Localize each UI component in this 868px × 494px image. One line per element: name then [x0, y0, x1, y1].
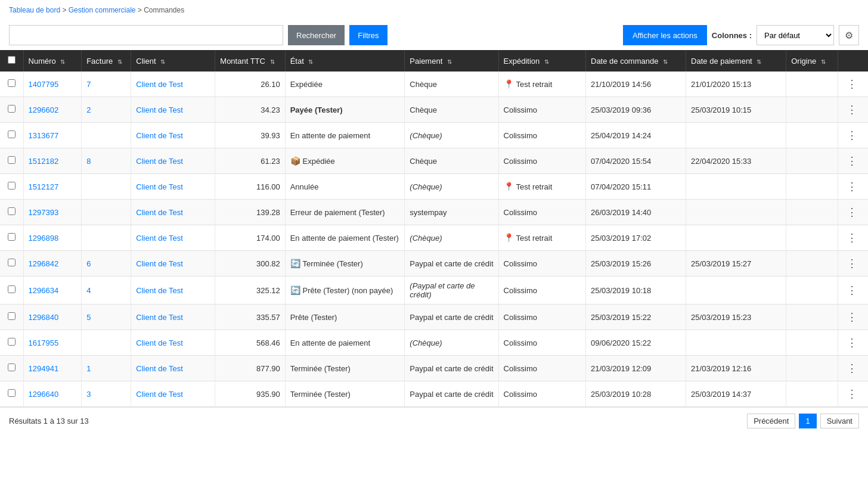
row-select-checkbox[interactable]: [8, 79, 16, 87]
page-1-button[interactable]: 1: [799, 414, 816, 428]
facture-link[interactable]: 3: [86, 390, 91, 399]
more-button[interactable]: ⋮: [843, 153, 861, 169]
row-checkbox[interactable]: [0, 381, 23, 407]
facture-link[interactable]: 5: [86, 313, 91, 322]
numero-link[interactable]: 1407795: [29, 80, 59, 89]
client-link[interactable]: Client de Test: [136, 208, 183, 217]
row-checkbox[interactable]: [0, 148, 23, 174]
numero-link[interactable]: 1294941: [29, 364, 59, 373]
numero-link[interactable]: 1297393: [29, 208, 59, 217]
row-actions[interactable]: ⋮: [838, 123, 868, 148]
more-button[interactable]: ⋮: [843, 386, 861, 402]
numero-link[interactable]: 1512182: [29, 157, 59, 166]
client-link[interactable]: Client de Test: [136, 131, 183, 140]
row-checkbox[interactable]: [0, 72, 23, 97]
more-button[interactable]: ⋮: [843, 309, 861, 325]
prev-button[interactable]: Précédent: [747, 414, 795, 428]
search-button[interactable]: Rechercher: [288, 25, 345, 45]
row-select-checkbox[interactable]: [8, 312, 16, 320]
row-select-checkbox[interactable]: [8, 259, 16, 266]
client-link[interactable]: Client de Test: [136, 259, 183, 268]
header-expedition[interactable]: Expédition ⇅: [498, 50, 585, 72]
client-link[interactable]: Client de Test: [136, 105, 183, 114]
row-checkbox[interactable]: [0, 251, 23, 276]
facture-link[interactable]: 8: [86, 157, 91, 166]
row-checkbox[interactable]: [0, 225, 23, 251]
row-checkbox[interactable]: [0, 276, 23, 305]
facture-link[interactable]: 6: [86, 259, 91, 268]
row-actions[interactable]: ⋮: [838, 225, 868, 251]
next-button[interactable]: Suivant: [820, 414, 859, 428]
row-actions[interactable]: ⋮: [838, 200, 868, 225]
numero-link[interactable]: 1296634: [29, 286, 59, 295]
more-button[interactable]: ⋮: [843, 204, 861, 220]
header-date-paiement[interactable]: Date de paiement ⇅: [686, 50, 786, 72]
client-link[interactable]: Client de Test: [136, 157, 183, 166]
row-checkbox[interactable]: [0, 174, 23, 200]
breadcrumb-tableau[interactable]: Tableau de bord: [9, 6, 60, 14]
gear-button[interactable]: ⚙: [839, 25, 859, 45]
header-facture[interactable]: Facture ⇅: [82, 50, 131, 72]
more-button[interactable]: ⋮: [843, 335, 861, 350]
row-actions[interactable]: ⋮: [838, 330, 868, 356]
columns-select[interactable]: Par défaut Personnalisé: [757, 25, 834, 45]
row-select-checkbox[interactable]: [8, 131, 16, 138]
client-link[interactable]: Client de Test: [136, 338, 183, 347]
more-button[interactable]: ⋮: [843, 128, 861, 143]
row-checkbox[interactable]: [0, 330, 23, 356]
client-link[interactable]: Client de Test: [136, 182, 183, 191]
header-paiement[interactable]: Paiement ⇅: [405, 50, 498, 72]
row-actions[interactable]: ⋮: [838, 251, 868, 276]
client-link[interactable]: Client de Test: [136, 364, 183, 373]
more-button[interactable]: ⋮: [843, 76, 861, 92]
row-select-checkbox[interactable]: [8, 207, 16, 215]
header-montant[interactable]: Montant TTC ⇅: [215, 50, 285, 72]
header-etat[interactable]: État ⇅: [285, 50, 405, 72]
more-button[interactable]: ⋮: [843, 102, 861, 117]
header-client[interactable]: Client ⇅: [131, 50, 215, 72]
more-button[interactable]: ⋮: [843, 230, 861, 246]
client-link[interactable]: Client de Test: [136, 234, 183, 243]
more-button[interactable]: ⋮: [843, 179, 861, 194]
numero-link[interactable]: 1296602: [29, 105, 59, 114]
header-date-commande[interactable]: Date de commande ⇅: [586, 50, 686, 72]
row-select-checkbox[interactable]: [8, 105, 16, 113]
numero-link[interactable]: 1512127: [29, 182, 59, 191]
row-select-checkbox[interactable]: [8, 233, 16, 241]
row-checkbox[interactable]: [0, 97, 23, 123]
row-select-checkbox[interactable]: [8, 389, 16, 397]
row-select-checkbox[interactable]: [8, 285, 16, 293]
row-actions[interactable]: ⋮: [838, 381, 868, 407]
facture-link[interactable]: 2: [86, 105, 91, 114]
facture-link[interactable]: 7: [86, 80, 91, 89]
row-actions[interactable]: ⋮: [838, 72, 868, 97]
row-actions[interactable]: ⋮: [838, 276, 868, 305]
row-actions[interactable]: ⋮: [838, 148, 868, 174]
row-actions[interactable]: ⋮: [838, 356, 868, 381]
numero-link[interactable]: 1296842: [29, 259, 59, 268]
row-actions[interactable]: ⋮: [838, 305, 868, 330]
select-all-checkbox[interactable]: [8, 56, 16, 64]
filters-button[interactable]: Filtres: [349, 25, 387, 45]
client-link[interactable]: Client de Test: [136, 390, 183, 399]
more-button[interactable]: ⋮: [843, 361, 861, 376]
numero-link[interactable]: 1617955: [29, 338, 59, 347]
actions-button[interactable]: Afficher les actions: [623, 25, 707, 45]
row-checkbox[interactable]: [0, 305, 23, 330]
facture-link[interactable]: 1: [86, 364, 91, 373]
numero-link[interactable]: 1296840: [29, 313, 59, 322]
row-select-checkbox[interactable]: [8, 363, 16, 371]
header-origine[interactable]: Origine ⇅: [786, 50, 838, 72]
numero-link[interactable]: 1313677: [29, 131, 59, 140]
row-checkbox[interactable]: [0, 200, 23, 225]
more-button[interactable]: ⋮: [843, 282, 861, 298]
breadcrumb-gestion[interactable]: Gestion commerciale: [69, 6, 136, 14]
row-select-checkbox[interactable]: [8, 182, 16, 189]
facture-link[interactable]: 4: [86, 286, 91, 295]
client-link[interactable]: Client de Test: [136, 313, 183, 322]
client-link[interactable]: Client de Test: [136, 286, 183, 295]
row-select-checkbox[interactable]: [8, 156, 16, 164]
numero-link[interactable]: 1296640: [29, 390, 59, 399]
row-checkbox[interactable]: [0, 356, 23, 381]
row-checkbox[interactable]: [0, 123, 23, 148]
